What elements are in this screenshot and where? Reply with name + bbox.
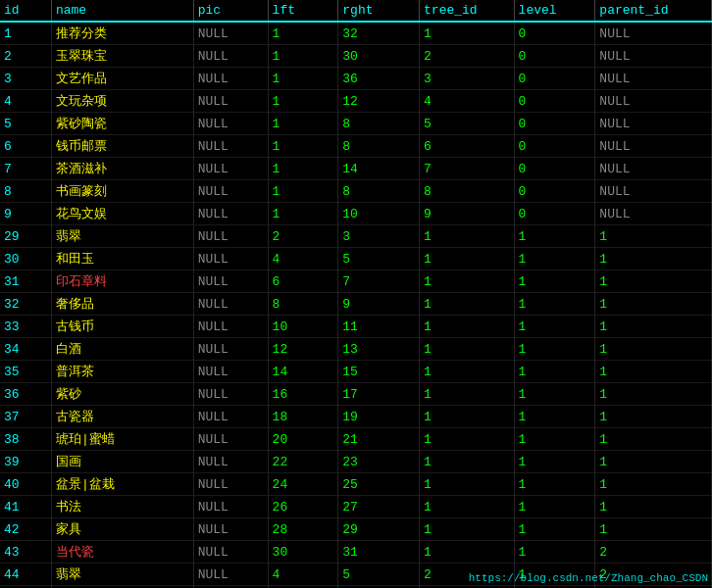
table-row: 32奢侈品NULL89111 xyxy=(0,293,712,316)
cell-lft: 1 xyxy=(268,45,338,68)
cell-pic: NULL xyxy=(193,338,268,361)
cell-level: 1 xyxy=(514,383,595,406)
table-row: 43当代瓷NULL3031112 xyxy=(0,541,712,564)
cell-id: 33 xyxy=(0,316,51,338)
table-body: 1推荐分类NULL13210NULL2玉翠珠宝NULL13020NULL3文艺作… xyxy=(0,22,712,588)
cell-tree-id: 1 xyxy=(420,428,515,451)
cell-id: 5 xyxy=(0,113,51,135)
cell-level: 1 xyxy=(514,270,595,293)
cell-id: 38 xyxy=(0,428,51,451)
col-header-parent-id: parent_id xyxy=(595,0,712,22)
cell-lft: 1 xyxy=(268,180,338,203)
cell-rght: 8 xyxy=(338,113,420,135)
cell-pic: NULL xyxy=(193,406,268,428)
cell-lft: 24 xyxy=(268,473,338,496)
cell-tree-id: 1 xyxy=(420,518,515,541)
col-header-rght: rght xyxy=(338,0,420,22)
cell-parent-id: NULL xyxy=(595,45,712,68)
cell-level: 0 xyxy=(514,158,595,180)
cell-name: 文艺作品 xyxy=(51,68,193,90)
cell-tree-id: 1 xyxy=(420,451,515,473)
table-row: 34白酒NULL1213111 xyxy=(0,338,712,361)
cell-pic: NULL xyxy=(193,383,268,406)
cell-tree-id: 2 xyxy=(420,45,515,68)
cell-pic: NULL xyxy=(193,293,268,316)
cell-tree-id: 1 xyxy=(420,473,515,496)
cell-lft: 1 xyxy=(268,158,338,180)
cell-lft: 6 xyxy=(268,270,338,293)
cell-name: 琥珀|蜜蜡 xyxy=(51,428,193,451)
cell-level: 1 xyxy=(514,428,595,451)
cell-name: 国画 xyxy=(51,451,193,473)
cell-tree-id: 1 xyxy=(420,225,515,248)
cell-pic: NULL xyxy=(193,361,268,383)
col-header-tree-id: tree_id xyxy=(420,0,515,22)
cell-pic: NULL xyxy=(193,496,268,518)
cell-name: 玉翠珠宝 xyxy=(51,45,193,68)
cell-name: 书法 xyxy=(51,496,193,518)
table-row: 6钱币邮票NULL1860NULL xyxy=(0,135,712,158)
cell-level: 1 xyxy=(514,248,595,270)
cell-lft: 10 xyxy=(268,316,338,338)
cell-lft: 28 xyxy=(268,518,338,541)
cell-id: 31 xyxy=(0,270,51,293)
table-row: 9花鸟文娱NULL11090NULL xyxy=(0,203,712,225)
cell-lft: 1 xyxy=(268,22,338,45)
cell-id: 3 xyxy=(0,68,51,90)
cell-id: 36 xyxy=(0,383,51,406)
cell-tree-id: 1 xyxy=(420,316,515,338)
cell-tree-id: 4 xyxy=(420,90,515,113)
cell-lft: 4 xyxy=(268,248,338,270)
cell-rght: 30 xyxy=(338,45,420,68)
cell-rght: 9 xyxy=(338,293,420,316)
cell-lft: 4 xyxy=(268,564,338,586)
cell-level: 1 xyxy=(514,225,595,248)
cell-level: 1 xyxy=(514,361,595,383)
table-row: 42家具NULL2829111 xyxy=(0,518,712,541)
cell-pic: NULL xyxy=(193,564,268,586)
cell-parent-id: NULL xyxy=(595,203,712,225)
cell-parent-id: 1 xyxy=(595,451,712,473)
cell-level: 0 xyxy=(514,68,595,90)
cell-rght: 23 xyxy=(338,451,420,473)
cell-rght: 11 xyxy=(338,316,420,338)
cell-lft: 26 xyxy=(268,496,338,518)
cell-pic: NULL xyxy=(193,473,268,496)
cell-rght: 21 xyxy=(338,428,420,451)
cell-parent-id: 1 xyxy=(595,496,712,518)
cell-pic: NULL xyxy=(193,180,268,203)
cell-rght: 5 xyxy=(338,248,420,270)
cell-rght: 15 xyxy=(338,361,420,383)
cell-name: 古钱币 xyxy=(51,316,193,338)
cell-name: 茶酒滋补 xyxy=(51,158,193,180)
cell-tree-id: 7 xyxy=(420,158,515,180)
cell-id: 6 xyxy=(0,135,51,158)
table-row: 38琥珀|蜜蜡NULL2021111 xyxy=(0,428,712,451)
table-row: 39国画NULL2223111 xyxy=(0,451,712,473)
cell-level: 0 xyxy=(514,90,595,113)
cell-pic: NULL xyxy=(193,518,268,541)
cell-id: 30 xyxy=(0,248,51,270)
cell-id: 40 xyxy=(0,473,51,496)
table-row: 37古瓷器NULL1819111 xyxy=(0,406,712,428)
cell-pic: NULL xyxy=(193,203,268,225)
table-row: 36紫砂NULL1617111 xyxy=(0,383,712,406)
cell-parent-id: 1 xyxy=(595,383,712,406)
table-row: 41书法NULL2627111 xyxy=(0,496,712,518)
cell-id: 9 xyxy=(0,203,51,225)
cell-level: 1 xyxy=(514,451,595,473)
cell-pic: NULL xyxy=(193,428,268,451)
cell-level: 0 xyxy=(514,180,595,203)
table-row: 33古钱币NULL1011111 xyxy=(0,316,712,338)
cell-tree-id: 8 xyxy=(420,180,515,203)
table-row: 40盆景|盆栽NULL2425111 xyxy=(0,473,712,496)
cell-lft: 18 xyxy=(268,406,338,428)
cell-tree-id: 6 xyxy=(420,135,515,158)
cell-parent-id: 2 xyxy=(595,541,712,564)
cell-tree-id: 5 xyxy=(420,113,515,135)
table-row: 35普洱茶NULL1415111 xyxy=(0,361,712,383)
cell-pic: NULL xyxy=(193,22,268,45)
cell-parent-id: 1 xyxy=(595,338,712,361)
cell-tree-id: 1 xyxy=(420,270,515,293)
cell-parent-id: 1 xyxy=(595,473,712,496)
